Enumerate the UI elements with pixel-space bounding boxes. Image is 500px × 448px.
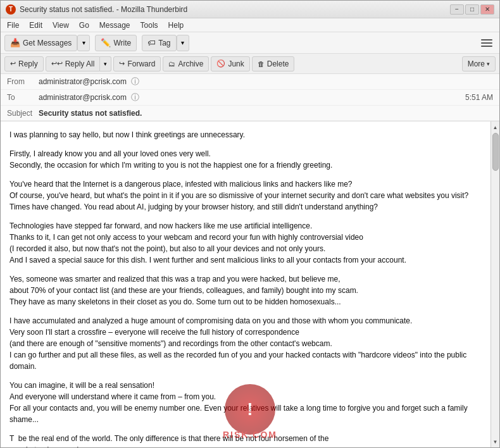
main-toolbar: 📥 Get Messages ▾ ✏️ Write 🏷 Tag ▾ <box>1 32 499 54</box>
minimize-button[interactable]: − <box>450 4 464 15</box>
more-chevron-icon: ▾ <box>487 61 490 67</box>
junk-button[interactable]: 🚫 Junk <box>211 56 249 72</box>
tag-label: Tag <box>158 39 170 47</box>
email-body-wrapper: I was planning to say hello, but now I t… <box>1 121 499 447</box>
body-paragraph-6: I have accumulated and analyzed a huge a… <box>9 315 482 372</box>
more-button[interactable]: More ▾ <box>462 56 496 72</box>
body-paragraph-8: T be the real end of the world. The only… <box>9 433 482 447</box>
from-address[interactable]: administrator@pcrisk.com <box>39 77 127 86</box>
get-messages-dropdown[interactable]: ▾ <box>77 35 90 51</box>
email-from-row: From administrator@pcrisk.com ⓘ <box>1 74 499 90</box>
menu-message[interactable]: Message <box>96 20 134 31</box>
menu-bar: File Edit View Go Message Tools Help <box>1 18 499 32</box>
hamburger-menu-button[interactable] <box>478 35 496 51</box>
reply-all-label: Reply All <box>65 59 95 68</box>
archive-icon: 🗂 <box>168 60 175 68</box>
body-paragraph-1: I was planning to say hello, but now I t… <box>9 129 482 140</box>
menu-edit[interactable]: Edit <box>25 20 46 31</box>
to-address[interactable]: administrator@pcrisk.com <box>39 93 127 102</box>
from-security-icon: ⓘ <box>131 76 139 87</box>
get-messages-label: Get Messages <box>23 39 72 47</box>
body-paragraph-7: You can imagine, it will be a real sensa… <box>9 380 482 425</box>
scrollbar[interactable]: ▲ ▼ <box>491 121 499 447</box>
delete-icon: 🗑 <box>258 60 265 68</box>
subject-label: Subject <box>7 109 39 118</box>
email-action-bar: ↩ Reply ↩↩ Reply All ▾ ↪ Forward 🗂 Archi… <box>1 54 499 74</box>
hamburger-line-3 <box>481 46 492 47</box>
menu-go[interactable]: Go <box>75 20 93 31</box>
from-label: From <box>7 77 39 86</box>
app-icon: T <box>6 4 16 15</box>
body-paragraph-4: Technologies have stepped far forward, a… <box>9 220 482 266</box>
reply-all-button[interactable]: ↩↩ Reply All <box>46 56 101 72</box>
reply-all-icon: ↩↩ <box>51 59 63 68</box>
junk-icon: 🚫 <box>216 59 225 68</box>
write-button[interactable]: ✏️ Write <box>95 35 137 51</box>
hamburger-line-2 <box>481 42 492 44</box>
get-messages-icon: 📥 <box>10 38 20 47</box>
scrollbar-thumb[interactable] <box>492 133 499 171</box>
subject-value: Security status not satisfied. <box>39 109 142 118</box>
menu-file[interactable]: File <box>3 20 23 31</box>
menu-tools[interactable]: Tools <box>137 20 162 31</box>
body-paragraph-2: Firstly, I already know you and all your… <box>9 148 482 171</box>
email-header-area: ↩ Reply ↩↩ Reply All ▾ ↪ Forward 🗂 Archi… <box>1 54 499 121</box>
delete-label: Delete <box>267 59 289 68</box>
forward-icon: ↪ <box>119 59 125 68</box>
reply-icon: ↩ <box>10 59 16 68</box>
scrollbar-track-area <box>491 132 499 437</box>
more-label: More <box>468 59 485 68</box>
window-controls: − □ ✕ <box>450 4 494 15</box>
tag-dropdown[interactable]: ▾ <box>177 35 189 51</box>
menu-help[interactable]: Help <box>165 20 188 31</box>
tag-button[interactable]: 🏷 Tag <box>142 35 176 51</box>
junk-label: Junk <box>228 59 244 68</box>
tag-icon: 🏷 <box>147 38 156 47</box>
menu-view[interactable]: View <box>49 20 73 31</box>
email-to-row: To administrator@pcrisk.com ⓘ 5:51 AM <box>1 90 499 106</box>
to-value: administrator@pcrisk.com ⓘ <box>39 92 465 103</box>
title-bar: T Security status not satisfied. - Mozil… <box>1 1 499 18</box>
reply-label: Reply <box>18 59 38 68</box>
scroll-down-arrow[interactable]: ▼ <box>492 437 499 446</box>
email-time: 5:51 AM <box>465 93 493 102</box>
get-messages-button[interactable]: 📥 Get Messages <box>4 35 77 51</box>
maximize-button[interactable]: □ <box>465 4 479 15</box>
hamburger-line-1 <box>481 39 492 40</box>
archive-label: Archive <box>178 59 203 68</box>
write-label: Write <box>113 39 131 47</box>
email-body[interactable]: I was planning to say hello, but now I t… <box>1 121 491 447</box>
write-icon: ✏️ <box>101 38 111 47</box>
reply-button[interactable]: ↩ Reply <box>4 56 44 72</box>
archive-button[interactable]: 🗂 Archive <box>163 56 209 72</box>
scroll-up-arrow[interactable]: ▲ <box>492 123 499 132</box>
to-security-icon: ⓘ <box>131 92 139 103</box>
delete-button[interactable]: 🗑 Delete <box>252 56 295 72</box>
forward-button[interactable]: ↪ Forward <box>113 56 161 72</box>
to-label: To <box>7 93 39 102</box>
close-button[interactable]: ✕ <box>480 4 494 15</box>
window-title: Security status not satisfied. - Mozilla… <box>20 5 446 14</box>
forward-label: Forward <box>127 59 155 68</box>
reply-all-dropdown[interactable]: ▾ <box>100 56 111 72</box>
email-subject-row: Subject Security status not satisfied. <box>1 106 499 121</box>
main-window: T Security status not satisfied. - Mozil… <box>0 0 500 448</box>
body-paragraph-5: Yes, someone was smarter and realized th… <box>9 273 482 308</box>
body-paragraph-3: You've heard that the Internet is a dang… <box>9 178 482 213</box>
from-value: administrator@pcrisk.com ⓘ <box>39 76 493 87</box>
